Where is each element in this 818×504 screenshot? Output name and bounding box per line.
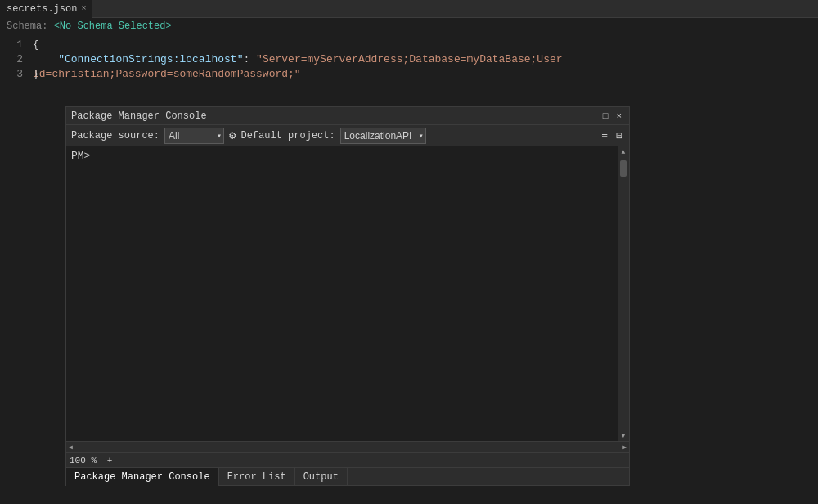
zoom-percent: 100 %	[70, 456, 97, 466]
zoom-bar: 100 % - +	[66, 452, 629, 467]
tab-secrets-json[interactable]: secrets.json ×	[0, 0, 92, 18]
brace-open: {	[33, 38, 39, 51]
pm-prompt: PM>	[71, 150, 90, 162]
package-source-select[interactable]: All nuget.org	[164, 128, 224, 144]
line-number-2: 2	[0, 52, 33, 67]
settings-icon[interactable]: ⚙	[229, 128, 236, 142]
schema-value: <No Schema Selected>	[54, 20, 172, 32]
tab-output[interactable]: Output	[295, 468, 348, 486]
zoom-increase-button[interactable]: +	[107, 456, 113, 466]
default-project-label: Default project:	[240, 130, 335, 142]
schema-bar: Schema: <No Schema Selected>	[0, 18, 818, 34]
pmc-minimize-button[interactable]: _	[587, 111, 597, 121]
scrollbar-thumb[interactable]	[620, 160, 627, 177]
line-content-1: {	[33, 38, 39, 52]
scroll-down-arrow[interactable]: ▼	[618, 430, 629, 441]
tab-bar: secrets.json ×	[0, 0, 818, 18]
tab-package-manager-console[interactable]: Package Manager Console	[66, 468, 219, 486]
schema-label: Schema:	[7, 20, 47, 32]
default-project-select-wrapper[interactable]: LocalizationAPI	[340, 128, 426, 144]
pmc-scrollbar[interactable]: ▲ ▼	[618, 146, 629, 441]
pmc-toolbar: Package source: All nuget.org ⚙ Default …	[66, 125, 629, 146]
hscroll-right-arrow[interactable]: ▶	[620, 443, 629, 451]
list-icon[interactable]: ≡	[600, 129, 609, 142]
package-source-label: Package source:	[71, 130, 160, 142]
zoom-decrease-button[interactable]: -	[99, 456, 105, 466]
editor-line-2: 2 "ConnectionStrings:localhost": "Server…	[0, 52, 818, 67]
pmc-title: Package Manager Console	[71, 110, 207, 122]
default-project-select[interactable]: LocalizationAPI	[340, 128, 426, 144]
pmc-title-bar: Package Manager Console _ □ ×	[66, 107, 629, 125]
hscroll-track[interactable]	[75, 444, 620, 451]
pmc-console[interactable]: PM>	[66, 146, 618, 441]
tab-close-button[interactable]: ×	[81, 4, 86, 13]
pmc-panel: Package Manager Console _ □ × Package so…	[65, 106, 630, 486]
editor-area[interactable]: 1 { 2 "ConnectionStrings:localhost": "Se…	[0, 34, 818, 116]
pmc-hscroll: ◀ ▶	[66, 441, 629, 452]
editor-line-1: 1 {	[0, 38, 818, 52]
clear-icon[interactable]: ⊟	[614, 129, 624, 142]
scroll-up-arrow[interactable]: ▲	[618, 146, 629, 157]
line-content-2: "ConnectionStrings:localhost": "Server=m…	[33, 52, 818, 82]
hscroll-left-arrow[interactable]: ◀	[66, 443, 75, 451]
package-source-select-wrapper[interactable]: All nuget.org	[164, 128, 224, 144]
pmc-restore-button[interactable]: □	[600, 111, 611, 121]
pmc-title-buttons: _ □ ×	[587, 111, 624, 121]
line-content-3: }	[33, 67, 39, 82]
pmc-body: PM> ▲ ▼	[66, 146, 629, 441]
brace-close: }	[33, 68, 39, 80]
line-number-1: 1	[0, 38, 33, 52]
tab-filename: secrets.json	[7, 3, 77, 15]
bottom-tabs: Package Manager Console Error List Outpu…	[66, 467, 629, 485]
line-number-3: 3	[0, 67, 33, 82]
json-key-connection: "ConnectionStrings:localhost"	[58, 53, 243, 65]
tab-error-list[interactable]: Error List	[219, 468, 295, 486]
pmc-close-button[interactable]: ×	[614, 111, 624, 121]
